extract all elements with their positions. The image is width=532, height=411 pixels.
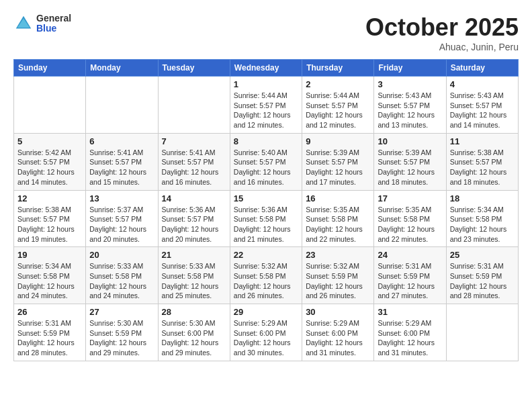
day-info: Sunrise: 5:40 AMSunset: 5:57 PMDaylight:…	[234, 148, 298, 187]
day-number: 12	[17, 193, 82, 203]
day-info: Sunrise: 5:35 AMSunset: 5:58 PMDaylight:…	[306, 205, 370, 244]
weekday-header: Friday	[374, 60, 446, 77]
calendar-cell: 27Sunrise: 5:30 AMSunset: 5:59 PMDayligh…	[86, 304, 158, 361]
day-info: Sunrise: 5:38 AMSunset: 5:57 PMDaylight:…	[17, 205, 82, 244]
day-info: Sunrise: 5:44 AMSunset: 5:57 PMDaylight:…	[306, 91, 370, 130]
day-info: Sunrise: 5:31 AMSunset: 5:59 PMDaylight:…	[17, 318, 82, 358]
day-info: Sunrise: 5:39 AMSunset: 5:57 PMDaylight:…	[306, 148, 370, 187]
calendar-cell: 17Sunrise: 5:35 AMSunset: 5:58 PMDayligh…	[374, 190, 446, 247]
day-info: Sunrise: 5:31 AMSunset: 5:59 PMDaylight:…	[450, 261, 515, 301]
calendar-week-row: 1Sunrise: 5:44 AMSunset: 5:57 PMDaylight…	[14, 77, 519, 134]
day-number: 10	[378, 136, 442, 146]
calendar-cell: 29Sunrise: 5:29 AMSunset: 6:00 PMDayligh…	[230, 304, 302, 361]
day-number: 2	[306, 79, 370, 89]
location: Ahuac, Junin, Peru	[365, 42, 519, 52]
day-info: Sunrise: 5:43 AMSunset: 5:57 PMDaylight:…	[450, 91, 515, 130]
day-number: 11	[450, 136, 515, 146]
day-info: Sunrise: 5:38 AMSunset: 5:57 PMDaylight:…	[450, 148, 515, 187]
calendar-cell	[14, 77, 86, 134]
weekday-header: Tuesday	[158, 60, 230, 77]
calendar-cell: 25Sunrise: 5:31 AMSunset: 5:59 PMDayligh…	[446, 247, 518, 304]
day-info: Sunrise: 5:31 AMSunset: 5:59 PMDaylight:…	[378, 261, 442, 301]
calendar-table: SundayMondayTuesdayWednesdayThursdayFrid…	[13, 59, 519, 361]
weekday-header: Wednesday	[230, 60, 302, 77]
calendar-cell: 30Sunrise: 5:29 AMSunset: 6:00 PMDayligh…	[302, 304, 374, 361]
calendar-cell: 9Sunrise: 5:39 AMSunset: 5:57 PMDaylight…	[302, 133, 374, 190]
day-info: Sunrise: 5:29 AMSunset: 6:00 PMDaylight:…	[378, 318, 442, 358]
calendar-week-row: 26Sunrise: 5:31 AMSunset: 5:59 PMDayligh…	[14, 304, 519, 361]
calendar-cell: 24Sunrise: 5:31 AMSunset: 5:59 PMDayligh…	[374, 247, 446, 304]
calendar-week-row: 12Sunrise: 5:38 AMSunset: 5:57 PMDayligh…	[14, 190, 519, 247]
day-number: 5	[17, 136, 82, 146]
day-number: 19	[17, 250, 82, 260]
calendar-cell: 14Sunrise: 5:36 AMSunset: 5:57 PMDayligh…	[158, 190, 230, 247]
calendar-cell: 21Sunrise: 5:33 AMSunset: 5:58 PMDayligh…	[158, 247, 230, 304]
day-info: Sunrise: 5:39 AMSunset: 5:57 PMDaylight:…	[378, 148, 442, 187]
calendar-cell	[446, 304, 518, 361]
calendar-cell: 12Sunrise: 5:38 AMSunset: 5:57 PMDayligh…	[14, 190, 86, 247]
day-info: Sunrise: 5:32 AMSunset: 5:58 PMDaylight:…	[234, 261, 298, 301]
day-info: Sunrise: 5:34 AMSunset: 5:58 PMDaylight:…	[450, 205, 515, 244]
calendar-cell: 26Sunrise: 5:31 AMSunset: 5:59 PMDayligh…	[14, 304, 86, 361]
weekday-header-row: SundayMondayTuesdayWednesdayThursdayFrid…	[14, 60, 519, 77]
calendar-cell: 8Sunrise: 5:40 AMSunset: 5:57 PMDaylight…	[230, 133, 302, 190]
day-number: 6	[89, 136, 154, 146]
weekday-header: Saturday	[446, 60, 518, 77]
weekday-header: Sunday	[14, 60, 86, 77]
day-number: 8	[234, 136, 298, 146]
calendar-cell	[86, 77, 158, 134]
calendar-cell: 3Sunrise: 5:43 AMSunset: 5:57 PMDaylight…	[374, 77, 446, 134]
calendar-cell: 16Sunrise: 5:35 AMSunset: 5:58 PMDayligh…	[302, 190, 374, 247]
day-info: Sunrise: 5:30 AMSunset: 5:59 PMDaylight:…	[89, 318, 154, 358]
calendar-cell: 31Sunrise: 5:29 AMSunset: 6:00 PMDayligh…	[374, 304, 446, 361]
calendar-cell: 5Sunrise: 5:42 AMSunset: 5:57 PMDaylight…	[14, 133, 86, 190]
day-info: Sunrise: 5:30 AMSunset: 6:00 PMDaylight:…	[162, 318, 226, 358]
day-number: 17	[378, 193, 442, 203]
page-header: General Blue October 2025 Ahuac, Junin, …	[13, 13, 519, 52]
day-number: 14	[162, 193, 226, 203]
day-number: 28	[162, 307, 226, 317]
logo-general: General	[36, 13, 71, 24]
calendar-cell: 7Sunrise: 5:41 AMSunset: 5:57 PMDaylight…	[158, 133, 230, 190]
logo-icon	[13, 13, 34, 34]
calendar-cell: 2Sunrise: 5:44 AMSunset: 5:57 PMDaylight…	[302, 77, 374, 134]
weekday-header: Thursday	[302, 60, 374, 77]
day-number: 13	[89, 193, 154, 203]
day-info: Sunrise: 5:29 AMSunset: 6:00 PMDaylight:…	[234, 318, 298, 358]
day-number: 1	[234, 79, 298, 89]
logo-text: General Blue	[36, 13, 71, 34]
day-number: 16	[306, 193, 370, 203]
day-info: Sunrise: 5:44 AMSunset: 5:57 PMDaylight:…	[234, 91, 298, 130]
day-info: Sunrise: 5:35 AMSunset: 5:58 PMDaylight:…	[378, 205, 442, 244]
day-number: 24	[378, 250, 442, 260]
day-number: 9	[306, 136, 370, 146]
calendar-cell: 23Sunrise: 5:32 AMSunset: 5:59 PMDayligh…	[302, 247, 374, 304]
calendar-cell: 6Sunrise: 5:41 AMSunset: 5:57 PMDaylight…	[86, 133, 158, 190]
calendar-cell: 20Sunrise: 5:33 AMSunset: 5:58 PMDayligh…	[86, 247, 158, 304]
day-info: Sunrise: 5:32 AMSunset: 5:59 PMDaylight:…	[306, 261, 370, 301]
calendar-cell: 22Sunrise: 5:32 AMSunset: 5:58 PMDayligh…	[230, 247, 302, 304]
title-block: October 2025 Ahuac, Junin, Peru	[365, 13, 519, 52]
day-info: Sunrise: 5:29 AMSunset: 6:00 PMDaylight:…	[306, 318, 370, 358]
day-number: 7	[162, 136, 226, 146]
day-info: Sunrise: 5:33 AMSunset: 5:58 PMDaylight:…	[162, 261, 226, 301]
calendar-cell: 19Sunrise: 5:34 AMSunset: 5:58 PMDayligh…	[14, 247, 86, 304]
day-number: 18	[450, 193, 515, 203]
calendar-week-row: 5Sunrise: 5:42 AMSunset: 5:57 PMDaylight…	[14, 133, 519, 190]
day-number: 22	[234, 250, 298, 260]
day-info: Sunrise: 5:36 AMSunset: 5:57 PMDaylight:…	[162, 205, 226, 244]
calendar-cell: 1Sunrise: 5:44 AMSunset: 5:57 PMDaylight…	[230, 77, 302, 134]
calendar-cell: 15Sunrise: 5:36 AMSunset: 5:58 PMDayligh…	[230, 190, 302, 247]
calendar-cell: 18Sunrise: 5:34 AMSunset: 5:58 PMDayligh…	[446, 190, 518, 247]
day-info: Sunrise: 5:33 AMSunset: 5:58 PMDaylight:…	[89, 261, 154, 301]
calendar-cell	[158, 77, 230, 134]
day-number: 26	[17, 307, 82, 317]
day-info: Sunrise: 5:42 AMSunset: 5:57 PMDaylight:…	[17, 148, 82, 187]
weekday-header: Monday	[86, 60, 158, 77]
calendar-cell: 13Sunrise: 5:37 AMSunset: 5:57 PMDayligh…	[86, 190, 158, 247]
calendar-cell: 4Sunrise: 5:43 AMSunset: 5:57 PMDaylight…	[446, 77, 518, 134]
logo-blue: Blue	[36, 24, 71, 34]
calendar-cell: 11Sunrise: 5:38 AMSunset: 5:57 PMDayligh…	[446, 133, 518, 190]
day-info: Sunrise: 5:37 AMSunset: 5:57 PMDaylight:…	[89, 205, 154, 244]
day-number: 4	[450, 79, 515, 89]
